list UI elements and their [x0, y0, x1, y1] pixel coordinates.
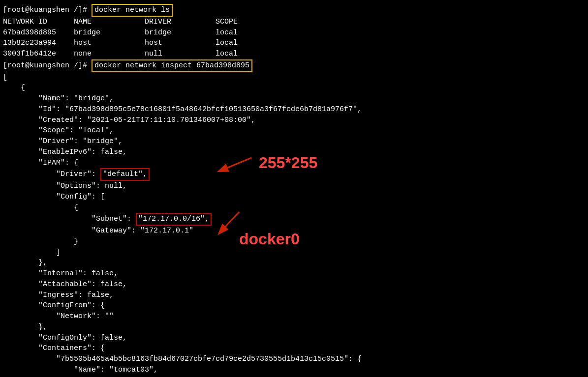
arrow-255-icon: [212, 155, 256, 175]
json-bracket-open: [: [3, 72, 585, 83]
header-line: NETWORK ID NAME DRIVER SCOPE: [3, 17, 585, 28]
line-inspect: [root@kuangshen /]# docker network inspe…: [3, 59, 585, 72]
prompt-1: [root@kuangshen /]#: [3, 6, 87, 14]
row-2: 13b82c23a994 host host local: [3, 38, 585, 49]
json-config-obj-open: {: [3, 203, 585, 213]
json-scope: "Scope": "local",: [3, 125, 585, 136]
row-3: 3003f1b6412e none null local: [3, 49, 585, 59]
json-endpoint: "EndpointID": "3a1c6822e7c519b5486b94887…: [3, 376, 585, 377]
json-container-name: "Name": "tomcat03",: [3, 365, 585, 376]
json-config: "Config": [: [3, 192, 585, 203]
json-configonly: "ConfigOnly": false,: [3, 333, 585, 344]
row-1: 67bad398d895 bridge bridge local: [3, 28, 585, 38]
json-internal: "Internal": false,: [3, 268, 585, 279]
annotation-docker0: docker0: [239, 228, 300, 250]
annotation-255: 255*255: [259, 151, 317, 174]
json-configfrom-close: },: [3, 322, 585, 333]
svg-line-1: [219, 158, 251, 171]
line-1: [root@kuangshen /]# docker network ls: [3, 4, 585, 17]
json-attachable: "Attachable": false,: [3, 279, 585, 290]
ipam-driver-val: "default",: [100, 168, 150, 181]
json-ingress: "Ingress": false,: [3, 290, 585, 301]
json-configfrom: "ConfigFrom": {: [3, 300, 585, 311]
arrow-docker0-icon: [215, 209, 244, 239]
json-driver: "Driver": "bridge",: [3, 136, 585, 147]
json-network: "Network": "": [3, 311, 585, 322]
json-id: "Id": "67bad398d895c5e78c16801f5a48642bf…: [3, 104, 585, 115]
json-container-id: "7b5505b465a4b5bc8163fb84d67027cbfe7cd79…: [3, 354, 585, 365]
json-options: "Options": null,: [3, 181, 585, 192]
prompt-2: [root@kuangshen /]#: [3, 61, 87, 70]
json-ipam-close: },: [3, 258, 585, 268]
subnet-val: "172.17.0.0/16",: [136, 213, 212, 226]
terminal: [root@kuangshen /]# docker network ls NE…: [3, 4, 585, 377]
json-containers: "Containers": {: [3, 343, 585, 354]
json-subnet: "Subnet": "172.17.0.0/16",: [3, 213, 585, 226]
cmd-2: docker network inspect 67bad398d895: [92, 59, 252, 72]
json-name: "Name": "bridge",: [3, 93, 585, 104]
svg-line-3: [219, 212, 239, 233]
json-indent1: {: [3, 83, 585, 93]
json-created: "Created": "2021-05-21T17:11:10.70134600…: [3, 115, 585, 126]
cmd-1: docker network ls: [92, 4, 173, 17]
